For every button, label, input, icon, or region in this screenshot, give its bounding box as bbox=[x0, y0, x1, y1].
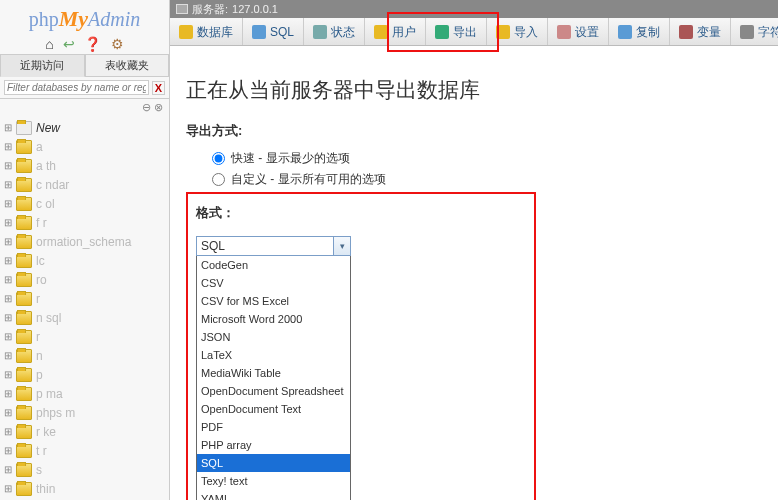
tree-item[interactable]: ⊞f r bbox=[2, 213, 169, 232]
expand-icon[interactable]: ⊞ bbox=[2, 407, 14, 418]
tree-item[interactable]: ⊞ ormation_schema bbox=[2, 232, 169, 251]
tab-sql[interactable]: SQL bbox=[243, 18, 304, 45]
expand-icon[interactable]: ⊞ bbox=[2, 217, 14, 228]
database-icon bbox=[16, 463, 32, 477]
format-option[interactable]: PHP array bbox=[197, 436, 350, 454]
database-icon bbox=[16, 368, 32, 382]
radio-custom-input[interactable] bbox=[212, 173, 225, 186]
format-select[interactable]: SQL ▾ bbox=[196, 236, 351, 256]
format-option[interactable]: CodeGen bbox=[197, 256, 350, 274]
sidebar-toolbar: ⊖ ⊗ bbox=[0, 99, 169, 116]
tab-label: SQL bbox=[270, 18, 294, 46]
sidebar-tabs: 近期访问 表收藏夹 bbox=[0, 54, 169, 77]
expand-icon[interactable]: ⊞ bbox=[2, 293, 14, 304]
tree-item-label: r bbox=[34, 330, 40, 344]
logo[interactable]: phpMyAdmin bbox=[0, 0, 169, 34]
tab-recent[interactable]: 近期访问 bbox=[0, 54, 85, 77]
databases-icon bbox=[179, 25, 193, 39]
format-section: 格式： SQL ▾ CodeGenCSVCSV for MS ExcelMicr… bbox=[186, 192, 536, 500]
radio-custom[interactable]: 自定义 - 显示所有可用的选项 bbox=[212, 171, 762, 188]
settings-icon[interactable]: ⚙ bbox=[111, 36, 124, 52]
expand-icon[interactable]: ⊞ bbox=[2, 236, 14, 247]
expand-icon[interactable]: ⊞ bbox=[2, 483, 14, 494]
expand-icon[interactable]: ⊞ bbox=[2, 388, 14, 399]
tree-item[interactable]: ⊞p bbox=[2, 365, 169, 384]
filter-row: X bbox=[0, 77, 169, 99]
tree-item[interactable]: ⊞n bbox=[2, 346, 169, 365]
tree-item[interactable]: ⊞a bbox=[2, 137, 169, 156]
tree-item[interactable]: ⊞r bbox=[2, 289, 169, 308]
format-option[interactable]: PDF bbox=[197, 418, 350, 436]
tree-item-label: r ke bbox=[34, 425, 56, 439]
tree-item[interactable]: ⊞n sql bbox=[2, 308, 169, 327]
server-host[interactable]: 127.0.0.1 bbox=[232, 3, 278, 15]
format-option[interactable]: OpenDocument Spreadsheet bbox=[197, 382, 350, 400]
tab-label: 变量 bbox=[697, 18, 721, 46]
expand-icon[interactable]: ⊞ bbox=[2, 160, 14, 171]
format-option[interactable]: Microsoft Word 2000 bbox=[197, 310, 350, 328]
tree-item[interactable]: ⊞c ndar bbox=[2, 175, 169, 194]
tree-item[interactable]: ⊞phps m bbox=[2, 403, 169, 422]
format-option[interactable]: SQL bbox=[197, 454, 350, 472]
tree-item[interactable]: ⊞c ol bbox=[2, 194, 169, 213]
database-icon bbox=[16, 349, 32, 363]
expand-icon[interactable]: ⊞ bbox=[2, 179, 14, 190]
expand-icon[interactable]: ⊞ bbox=[2, 426, 14, 437]
sidebar: phpMyAdmin ⌂ ↩ ❓ ⚙ 近期访问 表收藏夹 X ⊖ ⊗ ⊞ New… bbox=[0, 0, 170, 500]
tree-item[interactable]: ⊞p ma bbox=[2, 384, 169, 403]
expand-icon[interactable]: ⊞ bbox=[2, 445, 14, 456]
tree-item[interactable]: ⊞ ro bbox=[2, 270, 169, 289]
tab-label: 设置 bbox=[575, 18, 599, 46]
expand-icon[interactable]: ⊞ bbox=[2, 274, 14, 285]
status-icon bbox=[313, 25, 327, 39]
tree-item[interactable]: ⊞r bbox=[2, 327, 169, 346]
expand-icon[interactable]: ⊞ bbox=[2, 141, 14, 152]
tree-new[interactable]: ⊞ New bbox=[2, 118, 169, 137]
database-icon bbox=[16, 235, 32, 249]
expand-icon[interactable]: ⊞ bbox=[2, 350, 14, 361]
tree-item[interactable]: ⊞t r bbox=[2, 441, 169, 460]
tab-variables[interactable]: 变量 bbox=[670, 18, 731, 45]
filter-clear-button[interactable]: X bbox=[152, 81, 165, 95]
tab-replication[interactable]: 复制 bbox=[609, 18, 670, 45]
docs-icon[interactable]: ❓ bbox=[84, 36, 101, 52]
tree-item[interactable]: ⊞s bbox=[2, 460, 169, 479]
expand-icon[interactable]: ⊞ bbox=[2, 369, 14, 380]
format-option[interactable]: MediaWiki Table bbox=[197, 364, 350, 382]
format-option[interactable]: CSV bbox=[197, 274, 350, 292]
tab-charsets[interactable]: 字符集 bbox=[731, 18, 778, 45]
database-icon bbox=[16, 425, 32, 439]
format-option[interactable]: YAML bbox=[197, 490, 350, 500]
tab-databases[interactable]: 数据库 bbox=[170, 18, 243, 45]
home-icon[interactable]: ⌂ bbox=[45, 36, 53, 52]
expand-icon[interactable]: ⊞ bbox=[2, 198, 14, 209]
expand-icon[interactable]: ⊞ bbox=[2, 312, 14, 323]
tree-item[interactable]: ⊞thin bbox=[2, 479, 169, 498]
filter-input[interactable] bbox=[4, 80, 149, 95]
new-db-icon bbox=[16, 121, 32, 135]
expand-icon[interactable]: ⊞ bbox=[2, 331, 14, 342]
tree-item[interactable]: ⊞lc bbox=[2, 251, 169, 270]
tab-favorites[interactable]: 表收藏夹 bbox=[85, 54, 170, 77]
expand-icon[interactable]: ⊞ bbox=[2, 255, 14, 266]
format-selected-value: SQL bbox=[201, 239, 225, 253]
format-option[interactable]: CSV for MS Excel bbox=[197, 292, 350, 310]
tab-settings[interactable]: 设置 bbox=[548, 18, 609, 45]
format-option[interactable]: OpenDocument Text bbox=[197, 400, 350, 418]
format-option[interactable]: JSON bbox=[197, 328, 350, 346]
format-option[interactable]: Texy! text bbox=[197, 472, 350, 490]
tree-item-label: n bbox=[34, 349, 43, 363]
database-icon bbox=[16, 178, 32, 192]
tree-item[interactable]: ⊞r ke bbox=[2, 422, 169, 441]
logo-text-admin: Admin bbox=[88, 8, 140, 30]
tab-status[interactable]: 状态 bbox=[304, 18, 365, 45]
radio-quick-input[interactable] bbox=[212, 152, 225, 165]
database-icon bbox=[16, 311, 32, 325]
format-option[interactable]: LaTeX bbox=[197, 346, 350, 364]
logo-text-php: php bbox=[29, 8, 59, 30]
logout-icon[interactable]: ↩ bbox=[63, 36, 75, 52]
server-label: 服务器: bbox=[192, 2, 228, 17]
expand-icon[interactable]: ⊞ bbox=[2, 464, 14, 475]
radio-quick[interactable]: 快速 - 显示最少的选项 bbox=[212, 150, 762, 167]
tree-item[interactable]: ⊞a th bbox=[2, 156, 169, 175]
